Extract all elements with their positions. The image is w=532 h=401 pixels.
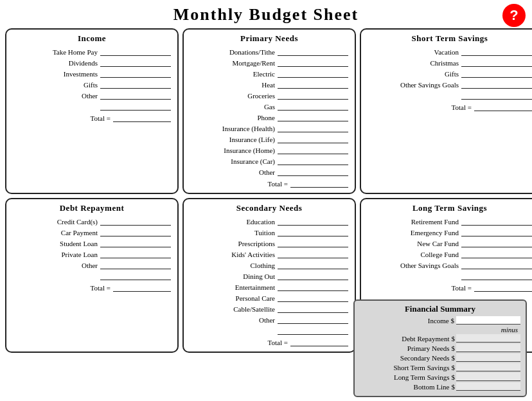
- income-gifts-input[interactable]: [100, 80, 171, 89]
- short-total-input[interactable]: [474, 102, 532, 111]
- financial-summary-section: Financial Summary Income $ minus Debt Re…: [353, 299, 527, 397]
- list-item: Mortgage/Rent: [190, 58, 348, 67]
- debt-student-input[interactable]: [100, 238, 171, 247]
- long-total-input[interactable]: [474, 283, 532, 292]
- secondary-kids-input[interactable]: [278, 249, 348, 258]
- short-vacation-input[interactable]: [461, 47, 532, 56]
- fs-primary-row: Primary Needs $: [360, 344, 520, 352]
- secondary-other-input[interactable]: [278, 315, 348, 324]
- list-item: Electric: [190, 69, 348, 78]
- income-extra-input[interactable]: [100, 102, 171, 111]
- debt-other-input[interactable]: [100, 260, 171, 269]
- list-item: Private Loan: [13, 249, 171, 258]
- primary-phone-input[interactable]: [278, 112, 348, 121]
- secondary-entertainment-input[interactable]: [278, 282, 348, 291]
- long-newcar-label: New Car Fund: [417, 240, 459, 247]
- secondary-title: Secondary Needs: [190, 203, 348, 213]
- secondary-dining-input[interactable]: [278, 271, 348, 280]
- fs-debt-label: Debt Repayment: [402, 335, 449, 343]
- fs-income-input[interactable]: [456, 316, 520, 325]
- fs-debt-dollar: $: [452, 335, 456, 343]
- list-item: Gas: [190, 102, 348, 111]
- long-other-input[interactable]: [461, 260, 532, 269]
- income-investments-label: Investments: [64, 70, 98, 78]
- secondary-clothing-input[interactable]: [278, 260, 348, 269]
- list-item: [13, 102, 171, 111]
- fs-bottom-dollar: $: [452, 383, 456, 391]
- primary-ins-life-input[interactable]: [278, 134, 348, 143]
- primary-ins-home-input[interactable]: [278, 145, 348, 154]
- debt-credit-input[interactable]: [100, 217, 171, 226]
- income-dividends-label: Dividends: [69, 59, 98, 67]
- list-item: Insurance (Health): [190, 123, 348, 132]
- income-take-home-input[interactable]: [100, 47, 171, 56]
- financial-summary-title: Financial Summary: [360, 304, 520, 314]
- secondary-total-input[interactable]: [290, 337, 348, 346]
- secondary-education-input[interactable]: [278, 217, 348, 226]
- secondary-prescriptions-input[interactable]: [278, 238, 348, 247]
- short-other-input[interactable]: [461, 80, 532, 89]
- fs-primary-label: Primary Needs: [407, 344, 450, 352]
- primary-electric-input[interactable]: [278, 69, 348, 78]
- fs-secondary-row: Secondary Needs $: [360, 353, 520, 362]
- primary-ins-life-label: Insurance (Life): [229, 136, 275, 143]
- fs-short-input[interactable]: [456, 363, 520, 371]
- list-item: Gifts: [13, 80, 171, 89]
- primary-ins-car-label: Insurance (Car): [231, 157, 275, 165]
- secondary-tuition-input[interactable]: [278, 227, 348, 236]
- secondary-personal-input[interactable]: [278, 293, 348, 302]
- secondary-extra-input[interactable]: [278, 326, 348, 335]
- fs-secondary-input[interactable]: [456, 353, 520, 362]
- long-newcar-input[interactable]: [461, 238, 532, 247]
- primary-phone-label: Phone: [258, 114, 276, 121]
- primary-ins-car-input[interactable]: [278, 156, 348, 165]
- list-item: Vacation: [368, 47, 532, 56]
- debt-extra-input[interactable]: [100, 271, 171, 280]
- short-extra-input[interactable]: [461, 91, 532, 100]
- secondary-entertainment-label: Entertainment: [235, 283, 275, 291]
- primary-mortgage-input[interactable]: [278, 58, 348, 67]
- fs-debt-input[interactable]: [456, 334, 520, 343]
- secondary-clothing-label: Clothing: [250, 262, 275, 269]
- fs-short-row: Short Term Savings $: [360, 363, 520, 371]
- short-christmas-input[interactable]: [461, 58, 532, 67]
- debt-student-label: Student Loan: [60, 240, 98, 247]
- long-other-label: Other Savings Goals: [400, 262, 459, 269]
- fs-bottom-input[interactable]: [456, 382, 520, 391]
- fs-primary-input[interactable]: [456, 344, 520, 352]
- debt-car-label: Car Payment: [61, 229, 98, 236]
- primary-other-input[interactable]: [278, 167, 348, 176]
- long-extra-input[interactable]: [461, 271, 532, 280]
- primary-gas-label: Gas: [264, 103, 275, 111]
- list-item: Investments: [13, 69, 171, 78]
- secondary-tuition-label: Tuition: [254, 229, 275, 236]
- long-college-input[interactable]: [461, 249, 532, 258]
- primary-heat-label: Heat: [262, 81, 275, 89]
- income-dividends-input[interactable]: [100, 58, 171, 67]
- secondary-cable-input[interactable]: [278, 304, 348, 313]
- secondary-personal-label: Personal Care: [236, 294, 275, 302]
- debt-private-input[interactable]: [100, 249, 171, 258]
- income-investments-input[interactable]: [100, 69, 171, 78]
- long-retirement-input[interactable]: [461, 217, 532, 226]
- list-item: Cable/Satellite: [190, 304, 348, 313]
- long-emergency-input[interactable]: [461, 227, 532, 236]
- primary-groceries-input[interactable]: [278, 91, 348, 100]
- debt-credit-label: Credit Card(s): [57, 218, 98, 226]
- help-icon[interactable]: ?: [502, 4, 526, 27]
- debt-car-input[interactable]: [100, 227, 171, 236]
- list-item: Insurance (Life): [190, 134, 348, 143]
- primary-gas-input[interactable]: [278, 102, 348, 111]
- income-total-input[interactable]: [113, 113, 171, 122]
- primary-heat-input[interactable]: [278, 80, 348, 89]
- list-item: [368, 271, 532, 280]
- list-item: Heat: [190, 80, 348, 89]
- primary-total-input[interactable]: [290, 179, 348, 188]
- fs-long-input[interactable]: [456, 373, 520, 381]
- secondary-total-row: Total =: [190, 337, 348, 346]
- income-other-input[interactable]: [100, 91, 171, 100]
- primary-donations-input[interactable]: [278, 47, 348, 56]
- short-gifts-input[interactable]: [461, 69, 532, 78]
- primary-ins-health-input[interactable]: [278, 123, 348, 132]
- debt-total-input[interactable]: [113, 283, 171, 292]
